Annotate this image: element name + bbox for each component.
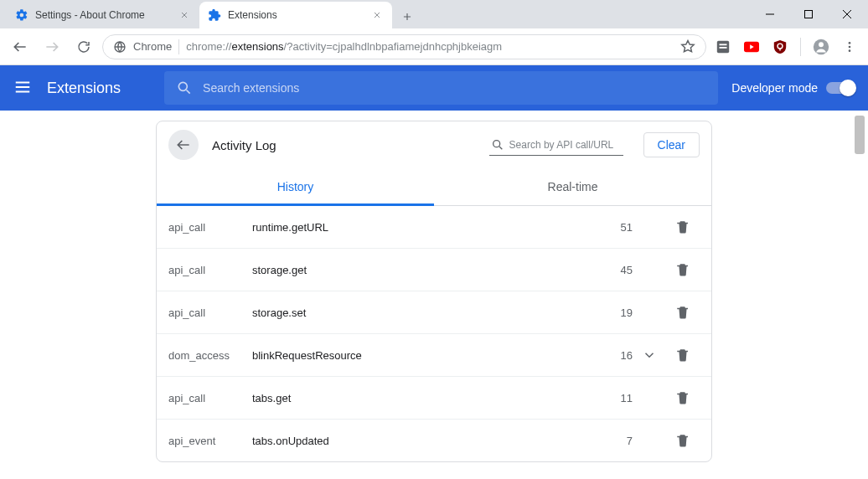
window-close-button[interactable] — [828, 2, 866, 27]
menu-dots-icon[interactable] — [838, 35, 861, 59]
svg-point-10 — [849, 45, 851, 48]
activity-count: 45 — [599, 264, 633, 276]
tab-realtime[interactable]: Real-time — [434, 168, 711, 205]
ext-icon-1[interactable] — [711, 35, 735, 59]
scrollbar-track[interactable] — [855, 116, 865, 469]
activity-name: storage.set — [252, 306, 599, 319]
activity-row[interactable]: api_callstorage.set19 — [157, 291, 711, 334]
activity-log-title: Activity Log — [209, 138, 479, 152]
activity-log-header: Activity Log Clear — [157, 121, 711, 168]
activity-rows: api_callruntime.getURL51api_callstorage.… — [157, 206, 711, 461]
activity-count: 19 — [599, 306, 633, 319]
delete-row-icon[interactable] — [666, 262, 700, 277]
toolbar-divider — [800, 38, 801, 56]
nav-forward-button[interactable] — [39, 33, 65, 60]
delete-row-icon[interactable] — [666, 390, 700, 405]
tab-close-icon[interactable] — [178, 8, 191, 22]
activity-row[interactable]: api_calltabs.get11 — [157, 377, 711, 420]
address-bar[interactable]: Chrome chrome://extensions/?activity=cjp… — [102, 34, 706, 59]
window-controls — [751, 0, 866, 28]
api-search-field[interactable] — [489, 135, 623, 156]
svg-rect-4 — [720, 47, 727, 49]
ext-icon-ublock[interactable] — [768, 35, 792, 59]
clear-button[interactable]: Clear — [643, 132, 700, 157]
url-text: chrome://extensions/?activity=cjpalhdlnb… — [186, 40, 674, 53]
extensions-header: Extensions Developer mode — [0, 65, 868, 111]
browser-toolbar: Chrome chrome://extensions/?activity=cjp… — [0, 28, 868, 65]
activity-name: runtime.getURL — [252, 221, 599, 234]
window-titlebar: Settings - About Chrome Extensions — [0, 0, 868, 28]
svg-point-8 — [819, 42, 824, 47]
settings-gear-icon — [15, 8, 28, 22]
back-button[interactable] — [168, 130, 199, 160]
browser-tab-title: Extensions — [228, 9, 364, 21]
activity-count: 11 — [599, 392, 633, 404]
activity-type: dom_access — [168, 349, 252, 362]
new-tab-button[interactable] — [395, 5, 419, 28]
svg-rect-3 — [720, 44, 727, 45]
activity-type: api_call — [168, 392, 252, 404]
activity-tabs: History Real-time — [157, 168, 711, 206]
browser-tab-title: Settings - About Chrome — [35, 9, 171, 21]
activity-name: tabs.onUpdated — [252, 435, 599, 447]
svg-point-13 — [493, 140, 499, 147]
nav-reload-button[interactable] — [70, 33, 97, 60]
tabstrip: Settings - About Chrome Extensions — [0, 2, 751, 28]
extension-action-icons — [711, 35, 861, 59]
activity-row[interactable]: api_callruntime.getURL51 — [157, 206, 711, 249]
svg-rect-0 — [805, 11, 813, 18]
activity-type: api_call — [168, 264, 252, 276]
activity-count: 7 — [599, 435, 633, 447]
site-info-icon[interactable] — [113, 40, 127, 54]
bookmark-star-icon[interactable] — [680, 39, 695, 54]
activity-row[interactable]: api_callstorage.get45 — [157, 249, 711, 291]
menu-hamburger-icon[interactable] — [13, 78, 34, 98]
page-title: Extensions — [47, 80, 121, 97]
delete-row-icon[interactable] — [666, 433, 700, 448]
url-chip: Chrome — [133, 40, 172, 53]
activity-name: storage.get — [252, 264, 599, 276]
expand-row-icon[interactable] — [633, 348, 666, 363]
tab-close-icon[interactable] — [370, 8, 384, 22]
tab-history[interactable]: History — [157, 168, 434, 205]
developer-mode-label: Developer mode — [731, 81, 818, 95]
activity-name: tabs.get — [252, 392, 599, 404]
api-search-input[interactable] — [509, 139, 635, 151]
content-area: Activity Log Clear History Real-time api… — [0, 111, 868, 479]
activity-log-card: Activity Log Clear History Real-time api… — [156, 121, 712, 462]
browser-tab-settings[interactable]: Settings - About Chrome — [7, 2, 199, 28]
delete-row-icon[interactable] — [666, 305, 700, 320]
window-minimize-button[interactable] — [751, 2, 789, 27]
search-icon — [491, 138, 504, 152]
extension-icon — [208, 8, 221, 22]
activity-type: api_call — [168, 306, 252, 319]
activity-type: api_call — [168, 221, 252, 234]
svg-point-9 — [849, 42, 851, 44]
delete-row-icon[interactable] — [666, 219, 700, 234]
search-icon — [176, 80, 193, 96]
ext-icon-youtube[interactable] — [740, 35, 763, 59]
profile-avatar-icon[interactable] — [809, 35, 833, 59]
activity-count: 51 — [599, 221, 633, 234]
developer-mode-toggle[interactable] — [826, 82, 855, 94]
nav-back-button[interactable] — [7, 33, 34, 60]
scrollbar-thumb[interactable] — [855, 116, 865, 154]
search-extensions-field[interactable] — [164, 71, 718, 105]
svg-point-11 — [849, 49, 851, 52]
activity-row[interactable]: dom_accessblinkRequestResource16 — [157, 334, 711, 377]
activity-name: blinkRequestResource — [252, 349, 599, 362]
search-extensions-input[interactable] — [203, 81, 706, 95]
window-maximize-button[interactable] — [789, 2, 828, 27]
developer-mode-row: Developer mode — [731, 81, 855, 95]
activity-row[interactable]: api_eventtabs.onUpdated7 — [157, 420, 711, 461]
svg-point-12 — [178, 82, 187, 90]
omnibox-divider — [178, 39, 179, 54]
delete-row-icon[interactable] — [666, 348, 700, 363]
activity-count: 16 — [599, 349, 633, 362]
browser-tab-extensions[interactable]: Extensions — [199, 2, 392, 28]
activity-type: api_event — [168, 435, 252, 447]
